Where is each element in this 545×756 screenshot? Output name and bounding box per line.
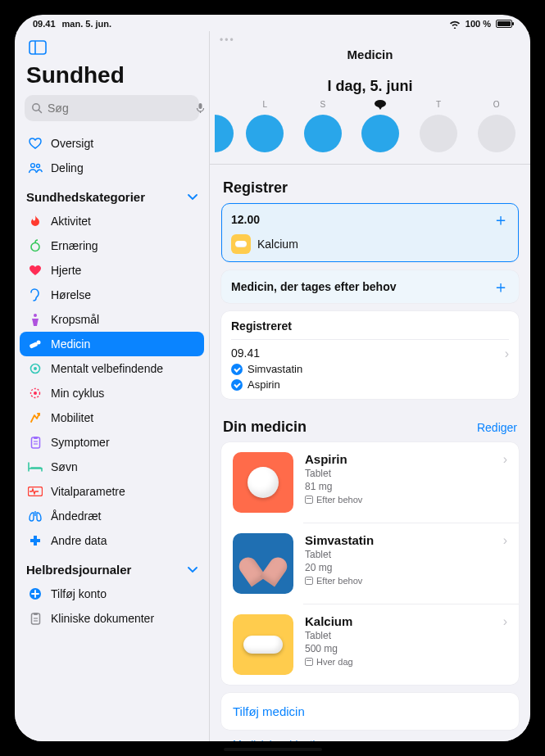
sidebar-item-mobilitet[interactable]: Mobilitet bbox=[20, 405, 204, 430]
add-dose-button[interactable]: ＋ bbox=[493, 211, 509, 228]
search-icon bbox=[31, 102, 43, 114]
sidebar-item-overview[interactable]: Oversigt bbox=[20, 131, 204, 156]
sidebar-item-label: Mentalt velbefindende bbox=[51, 362, 163, 375]
sidebar-item-label: Kropsmål bbox=[51, 313, 99, 326]
sidebar: Sundhed Oversigt bbox=[15, 31, 210, 741]
sidebar-item-medicin[interactable]: Medicin bbox=[20, 332, 204, 356]
sidebar-item-soevn[interactable]: Søvn bbox=[20, 455, 204, 479]
sidebar-item-clinical-docs[interactable]: Kliniske dokumenter bbox=[20, 606, 204, 631]
sidebar-item-mentalt[interactable]: Mentalt velbefindende bbox=[20, 356, 204, 381]
sidebar-item-symptomer[interactable]: Symptomer bbox=[20, 430, 204, 455]
sidebar-item-andre-data[interactable]: Andre data bbox=[20, 528, 204, 553]
svg-point-15 bbox=[34, 392, 37, 395]
body-icon bbox=[28, 312, 43, 327]
day-letter: L bbox=[263, 100, 268, 110]
sidebar-item-ernaering[interactable]: Ernæring bbox=[20, 233, 204, 258]
sidebar-item-hjerte[interactable]: Hjerte bbox=[20, 258, 204, 283]
med-row-simvastatin[interactable]: Simvastatin Tablet 20 mg Efter behov › bbox=[221, 523, 519, 604]
calendar-icon bbox=[305, 496, 313, 504]
med-row-kalcium[interactable]: Kalcium Tablet 500 mg Hver dag › bbox=[221, 604, 519, 685]
wifi-icon bbox=[449, 20, 461, 29]
edit-meds-button[interactable]: Rediger bbox=[477, 421, 517, 434]
scheduled-dose-card[interactable]: 12.00 ＋ Kalcium bbox=[221, 203, 519, 262]
ear-icon bbox=[28, 287, 43, 302]
sidebar-item-sharing[interactable]: Deling bbox=[20, 156, 204, 180]
med-thumb-icon bbox=[233, 533, 293, 594]
lungs-icon bbox=[28, 509, 43, 523]
logged-item: Aspirin bbox=[231, 378, 302, 391]
sidebar-item-label: Aktivitet bbox=[51, 215, 91, 228]
check-icon bbox=[231, 364, 243, 375]
med-name: Kalcium bbox=[305, 614, 492, 628]
battery-percent: 100 % bbox=[466, 19, 491, 29]
med-combinations-link[interactable]: Medicinkombinationer bbox=[221, 738, 519, 741]
sidebar-item-label: Symptomer bbox=[51, 436, 110, 449]
scheduled-time: 12.00 bbox=[231, 213, 260, 226]
today-pointer-icon bbox=[377, 105, 384, 110]
sidebar-section-categories[interactable]: Sundhedskategorier bbox=[15, 182, 209, 207]
heart-icon bbox=[28, 263, 43, 278]
flame-icon bbox=[28, 214, 43, 229]
med-row-aspirin[interactable]: Aspirin Tablet 81 mg Efter behov › bbox=[221, 442, 519, 523]
sidebar-item-aandedraet[interactable]: Åndedræt bbox=[20, 504, 204, 528]
day-dot[interactable] bbox=[478, 115, 515, 152]
pills-icon bbox=[28, 337, 43, 351]
day-letter: S bbox=[320, 100, 326, 110]
day-dot[interactable] bbox=[420, 115, 457, 152]
chevron-right-icon: › bbox=[505, 346, 509, 361]
day-dot[interactable] bbox=[246, 115, 284, 152]
sidebar-item-label: Åndedræt bbox=[51, 509, 101, 523]
sidebar-item-label: Medicin bbox=[51, 337, 90, 351]
plus-circle-icon bbox=[28, 586, 43, 601]
med-dose: 20 mg bbox=[305, 562, 492, 573]
sidebar-section-records[interactable]: Helbredsjournaler bbox=[15, 555, 209, 580]
med-schedule: Hver dag bbox=[316, 657, 353, 667]
logged-time: 09.41 bbox=[231, 346, 302, 360]
sidebar-item-aktivitet[interactable]: Aktivitet bbox=[20, 209, 204, 233]
svg-point-6 bbox=[31, 164, 35, 168]
svg-rect-17 bbox=[34, 437, 38, 439]
pill-thumb-icon bbox=[231, 234, 251, 254]
med-thumb-icon bbox=[233, 614, 293, 675]
sidebar-item-label: Hjerte bbox=[51, 264, 81, 277]
sidebar-item-add-account[interactable]: Tilføj konto bbox=[20, 582, 204, 606]
sidebar-item-label: Tilføj konto bbox=[51, 587, 107, 600]
day-dot-prev[interactable] bbox=[215, 115, 234, 152]
sidebar-item-label: Andre data bbox=[51, 534, 107, 547]
chevron-right-icon: › bbox=[503, 452, 507, 467]
logged-card[interactable]: Registreret 09.41 Simvastatin bbox=[221, 311, 519, 399]
calendar-icon bbox=[305, 658, 313, 666]
your-meds-title: Din medicin bbox=[223, 419, 307, 436]
day-dot-today[interactable] bbox=[361, 115, 399, 152]
sidebar-item-label: Kliniske dokumenter bbox=[51, 612, 154, 625]
toggle-sidebar-button[interactable] bbox=[26, 38, 49, 57]
day-strip[interactable]: L S M bbox=[210, 97, 530, 152]
as-needed-card[interactable]: Medicin, der tages efter behov ＋ bbox=[221, 270, 519, 303]
med-name: Aspirin bbox=[305, 452, 492, 466]
search-input[interactable] bbox=[48, 102, 191, 115]
check-icon bbox=[231, 379, 243, 391]
sidebar-item-vitalparametre[interactable]: Vitalparametre bbox=[20, 479, 204, 504]
sidebar-item-hoerelse[interactable]: Hørelse bbox=[20, 283, 204, 307]
med-form: Tablet bbox=[305, 468, 492, 479]
screen-title: Medicin bbox=[210, 46, 530, 66]
add-as-needed-button[interactable]: ＋ bbox=[493, 278, 509, 295]
sidebar-item-cyklus[interactable]: Min cyklus bbox=[20, 381, 204, 405]
add-medication-button[interactable]: Tilføj medicin bbox=[221, 693, 519, 730]
med-schedule: Efter behov bbox=[316, 495, 362, 505]
med-form: Tablet bbox=[305, 630, 492, 641]
sidebar-item-label: Ernæring bbox=[51, 239, 98, 252]
plus-cross-icon bbox=[28, 533, 43, 548]
svg-line-3 bbox=[39, 110, 41, 112]
window-dots-icon[interactable]: ••• bbox=[220, 34, 235, 46]
dictate-icon[interactable] bbox=[196, 102, 205, 114]
search-field[interactable] bbox=[25, 95, 199, 121]
svg-point-13 bbox=[34, 367, 37, 370]
day-dot[interactable] bbox=[304, 115, 342, 152]
battery-icon bbox=[496, 20, 512, 28]
bed-icon bbox=[28, 459, 43, 474]
document-icon bbox=[28, 611, 43, 626]
svg-point-9 bbox=[34, 314, 37, 317]
sidebar-item-kropsmaal[interactable]: Kropsmål bbox=[20, 307, 204, 332]
med-thumb-icon bbox=[233, 452, 293, 513]
